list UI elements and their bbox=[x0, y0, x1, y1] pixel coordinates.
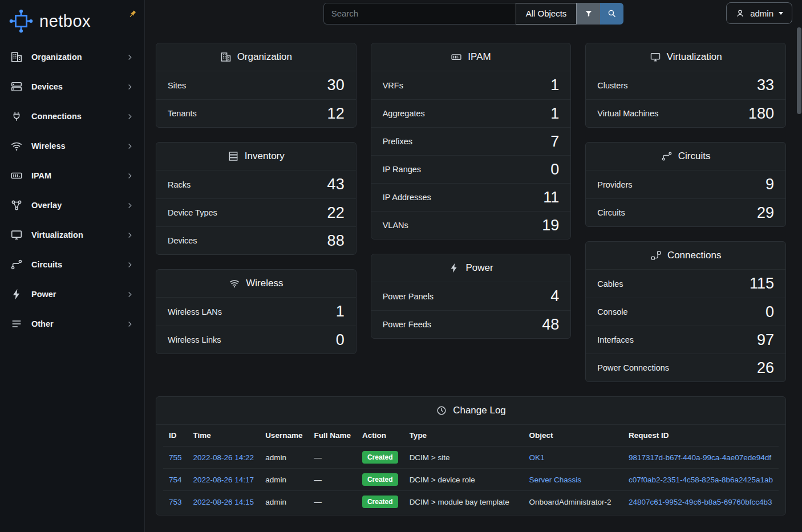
changelog-col-request-id: Request ID bbox=[623, 425, 779, 446]
stat-label: Tenants bbox=[168, 109, 197, 118]
stat-row-power-connections[interactable]: Power Connections26 bbox=[586, 354, 785, 381]
stat-row-virtual-machines[interactable]: Virtual Machines180 bbox=[586, 99, 785, 127]
action-badge: Created bbox=[362, 451, 398, 464]
stat-value: 88 bbox=[327, 233, 345, 249]
changelog-full-name: — bbox=[308, 469, 357, 491]
stat-label: IP Addresses bbox=[383, 193, 431, 202]
changelog-username: admin bbox=[260, 446, 308, 469]
changelog-object-link[interactable]: Server Chassis bbox=[529, 476, 582, 484]
stat-row-aggregates[interactable]: Aggregates1 bbox=[371, 99, 571, 127]
stat-row-interfaces[interactable]: Interfaces97 bbox=[586, 326, 785, 354]
changelog-time-link[interactable]: 2022-08-26 14:22 bbox=[193, 453, 254, 462]
stat-row-racks[interactable]: Racks43 bbox=[156, 170, 356, 198]
changelog-id-link[interactable]: 755 bbox=[169, 453, 182, 462]
stat-label: Interfaces bbox=[597, 335, 634, 344]
stat-row-prefixes[interactable]: Prefixes7 bbox=[371, 127, 571, 155]
changelog-id: 755 bbox=[163, 446, 188, 469]
stat-row-tenants[interactable]: Tenants12 bbox=[156, 99, 356, 127]
changelog-col-full-name: Full Name bbox=[308, 425, 357, 446]
stat-label: Power Connections bbox=[597, 363, 669, 372]
cable-icon bbox=[650, 250, 662, 261]
changelog-request-id-link[interactable]: c07f0ab2-2351-4c58-825a-8b6a2425a1ab bbox=[629, 476, 773, 484]
changelog-time-link[interactable]: 2022-08-26 14:17 bbox=[193, 476, 254, 484]
stat-row-providers[interactable]: Providers9 bbox=[586, 170, 785, 198]
changelog-col-time: Time bbox=[188, 425, 260, 446]
stat-row-clusters[interactable]: Clusters33 bbox=[586, 71, 785, 99]
changelog-time-link[interactable]: 2022-08-26 14:15 bbox=[193, 498, 254, 506]
stat-row-circuits[interactable]: Circuits29 bbox=[586, 198, 785, 226]
search-input[interactable] bbox=[323, 3, 516, 25]
stat-value: 22 bbox=[327, 205, 345, 221]
sidebar-item-label: Organization bbox=[31, 52, 82, 62]
card-title: Circuits bbox=[586, 143, 785, 170]
stat-row-sites[interactable]: Sites30 bbox=[156, 71, 356, 99]
stat-label: IP Ranges bbox=[383, 165, 421, 174]
changelog-id: 754 bbox=[163, 469, 188, 491]
sidebar-item-label: Wireless bbox=[31, 141, 66, 151]
sidebar-item-label: IPAM bbox=[31, 171, 51, 180]
sidebar: netbox OrganizationDevicesConnectionsWir… bbox=[0, 0, 145, 532]
stat-value: 0 bbox=[765, 304, 774, 320]
user-menu[interactable]: admin bbox=[726, 2, 792, 24]
filter-button[interactable] bbox=[577, 3, 600, 25]
changelog-id-link[interactable]: 754 bbox=[169, 476, 182, 484]
sidebar-item-devices[interactable]: Devices bbox=[0, 72, 144, 101]
brand: netbox bbox=[0, 0, 144, 39]
changelog-request-id-link[interactable]: 9817317d-b67f-440a-99ca-4ae07ede94df bbox=[629, 453, 771, 462]
sidebar-item-overlay[interactable]: Overlay bbox=[0, 190, 144, 220]
sidebar-item-wireless[interactable]: Wireless bbox=[0, 131, 144, 161]
stat-label: VLANs bbox=[383, 221, 408, 230]
stat-value: 29 bbox=[757, 205, 774, 221]
stat-label: Racks bbox=[168, 180, 191, 189]
stat-value: 4 bbox=[550, 289, 559, 304]
wifi-icon bbox=[229, 278, 240, 289]
changelog-full-name: — bbox=[308, 446, 357, 469]
changelog-action: Created bbox=[357, 469, 404, 491]
scrollbar[interactable] bbox=[797, 27, 801, 529]
stat-value: 7 bbox=[550, 134, 559, 149]
sidebar-item-virtualization[interactable]: Virtualization bbox=[0, 220, 144, 250]
sidebar-item-power[interactable]: Power bbox=[0, 279, 144, 309]
stat-row-ip-addresses[interactable]: IP Addresses11 bbox=[371, 183, 571, 211]
monitor-icon bbox=[10, 229, 23, 241]
chevron-right-icon bbox=[125, 231, 134, 239]
sidebar-item-connections[interactable]: Connections bbox=[0, 101, 144, 131]
stat-label: Clusters bbox=[597, 81, 627, 90]
changelog-request-id-link[interactable]: 24807c61-9952-49c6-b8a5-69760bfcc4b3 bbox=[629, 498, 772, 506]
sidebar-item-ipam[interactable]: IPAM bbox=[0, 161, 144, 190]
card-title: Inventory bbox=[156, 143, 356, 170]
sidebar-item-circuits[interactable]: Circuits bbox=[0, 250, 144, 279]
pin-icon[interactable] bbox=[127, 9, 137, 19]
stat-row-device-types[interactable]: Device Types22 bbox=[156, 198, 356, 226]
changelog-id-link[interactable]: 753 bbox=[169, 498, 182, 506]
card-title-text: Circuits bbox=[678, 151, 711, 162]
stat-row-console[interactable]: Console0 bbox=[586, 298, 785, 326]
stat-row-wireless-lans[interactable]: Wireless LANs1 bbox=[156, 298, 356, 326]
changelog-object: OK1 bbox=[524, 446, 623, 469]
stat-label: Cables bbox=[597, 279, 623, 289]
stat-value: 0 bbox=[336, 332, 345, 348]
changelog-object: Server Chassis bbox=[524, 469, 623, 491]
stat-row-power-feeds[interactable]: Power Feeds48 bbox=[371, 310, 571, 338]
stat-row-devices[interactable]: Devices88 bbox=[156, 226, 356, 254]
sidebar-item-other[interactable]: Other bbox=[0, 309, 144, 339]
transit-icon bbox=[661, 151, 673, 162]
stat-row-vlans[interactable]: VLANs19 bbox=[371, 211, 571, 239]
stat-row-power-panels[interactable]: Power Panels4 bbox=[371, 282, 571, 310]
stat-row-vrfs[interactable]: VRFs1 bbox=[371, 71, 571, 99]
stat-label: Sites bbox=[168, 81, 186, 90]
flash-icon bbox=[448, 262, 460, 274]
changelog-action: Created bbox=[357, 446, 404, 469]
stat-row-wireless-links[interactable]: Wireless Links0 bbox=[156, 326, 356, 354]
changelog-table: IDTimeUsernameFull NameActionTypeObjectR… bbox=[163, 425, 779, 513]
scrollbar-thumb[interactable] bbox=[797, 27, 801, 114]
card-title-text: Inventory bbox=[245, 151, 285, 162]
stat-row-ip-ranges[interactable]: IP Ranges0 bbox=[371, 155, 571, 183]
sidebar-item-label: Power bbox=[31, 290, 56, 299]
sidebar-item-organization[interactable]: Organization bbox=[0, 42, 144, 72]
changelog-object-link[interactable]: OK1 bbox=[529, 453, 545, 462]
object-type-selector[interactable]: All Objects bbox=[516, 3, 577, 25]
search-button[interactable] bbox=[600, 3, 623, 25]
stat-label: Providers bbox=[597, 180, 632, 189]
stat-row-cables[interactable]: Cables115 bbox=[586, 270, 785, 298]
